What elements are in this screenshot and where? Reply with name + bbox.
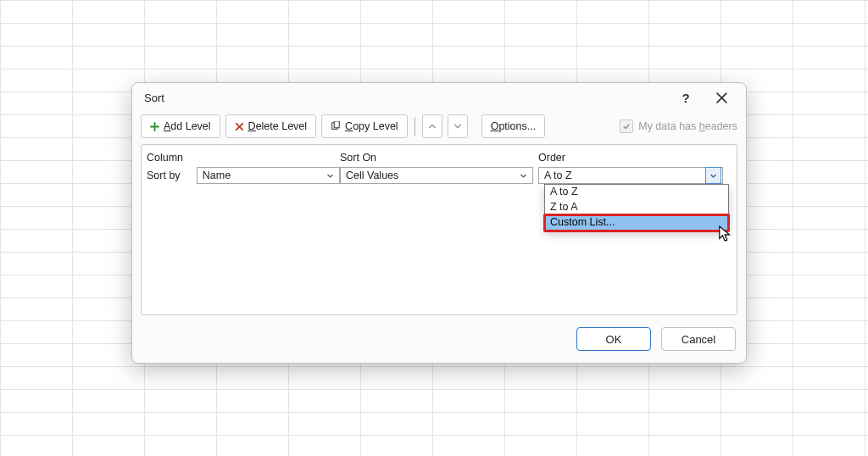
header-column: Column [147, 152, 340, 164]
chevron-down-icon [453, 122, 462, 131]
move-down-button[interactable] [448, 114, 468, 138]
help-icon: ? [682, 91, 689, 105]
close-icon [716, 92, 727, 103]
order-dropdown-popup: A to Z Z to A Custom List... [544, 184, 729, 231]
dialog-title: Sort [144, 92, 164, 104]
sort-on-dropdown[interactable]: Cell Values [340, 167, 533, 184]
sort-on-dropdown-value: Cell Values [346, 170, 515, 181]
chevron-down-icon [515, 168, 531, 183]
close-button[interactable] [704, 85, 739, 110]
toolbar: Add Level Delete Level Copy Level Option… [132, 112, 746, 141]
toolbar-divider [415, 117, 415, 136]
ok-button[interactable]: OK [576, 327, 651, 351]
header-order: Order [538, 152, 732, 164]
check-icon [622, 122, 631, 131]
chevron-down-icon [705, 167, 721, 184]
order-option-a-to-z[interactable]: A to Z [545, 185, 728, 200]
sortby-label: Sort by [147, 170, 193, 181]
options-button[interactable]: Options... [481, 114, 546, 138]
svg-rect-1 [334, 121, 339, 128]
copy-icon [331, 121, 341, 131]
chevron-up-icon [428, 122, 437, 131]
column-dropdown-value: Name [203, 170, 322, 181]
add-level-label: Add Level [164, 120, 211, 133]
titlebar: Sort ? [132, 83, 746, 112]
order-dropdown-value: A to Z [544, 170, 705, 181]
delete-level-label: Delete Level [248, 120, 308, 133]
plus-icon [150, 122, 159, 131]
cancel-button[interactable]: Cancel [661, 327, 736, 351]
copy-level-label: Copy Level [345, 120, 398, 133]
headers-checkbox[interactable] [620, 120, 633, 133]
ok-label: OK [606, 333, 622, 346]
order-option-z-to-a[interactable]: Z to A [545, 200, 728, 215]
dialog-footer: OK Cancel [132, 320, 746, 363]
delete-level-button[interactable]: Delete Level [225, 114, 317, 138]
column-headers: Column Sort On Order [142, 145, 737, 165]
header-sort-on: Sort On [340, 152, 538, 164]
cancel-label: Cancel [682, 333, 715, 346]
sort-levels-list: Column Sort On Order Sort by Name Cell V… [141, 144, 737, 315]
order-option-custom-list[interactable]: Custom List... [545, 215, 728, 231]
options-label: Options... [491, 120, 537, 133]
chevron-down-icon [322, 168, 337, 183]
sort-level-row: Sort by Name Cell Values A [142, 165, 737, 186]
help-button[interactable]: ? [668, 85, 704, 110]
column-dropdown[interactable]: Name [197, 167, 340, 184]
move-up-button[interactable] [422, 114, 442, 138]
copy-level-button[interactable]: Copy Level [321, 114, 408, 138]
headers-checkbox-group: My data has headers [620, 120, 737, 133]
add-level-button[interactable]: Add Level [141, 114, 220, 138]
x-icon [235, 122, 244, 131]
headers-label: My data has headers [638, 120, 737, 132]
sort-dialog: Sort ? Add Level Delete Level Copy Lev [131, 82, 747, 364]
order-dropdown[interactable]: A to Z [538, 167, 723, 184]
